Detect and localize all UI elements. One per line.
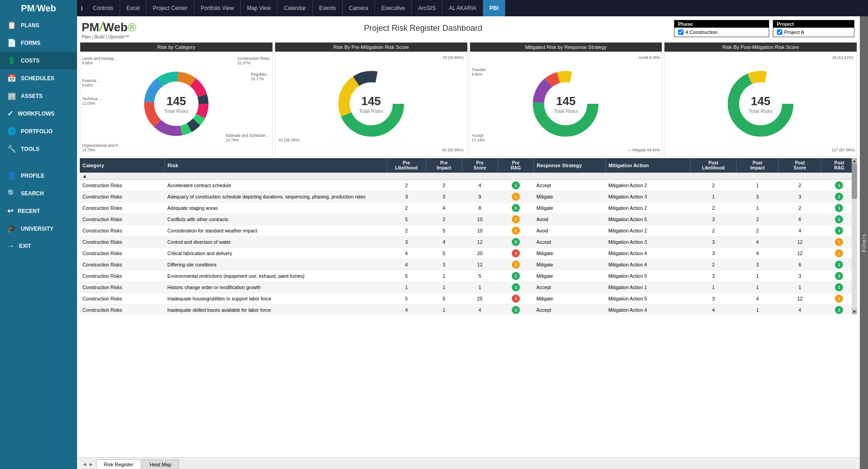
cell-mitigation: Mitigation Action 3 <box>606 191 690 203</box>
nav-tab-executive[interactable]: Executive <box>375 0 412 16</box>
nav-tab-excel[interactable]: Excel <box>120 0 146 16</box>
cell-post-score: 4 <box>779 305 821 315</box>
risk-table: Category Risk PreLikelihood PreImpact Pr… <box>80 158 857 314</box>
cell-pre-impact: 4 <box>426 237 462 248</box>
table-row: Construction Risks Historic change order… <box>80 282 857 293</box>
table-row: Construction Risks Inadequate housing/ut… <box>80 293 857 305</box>
cell-response: Accept <box>534 282 606 293</box>
cell-pre-impact: 3 <box>426 259 462 271</box>
cell-pre-impact: 5 <box>426 293 462 305</box>
col-pre-impact: PreImpact <box>426 158 462 173</box>
table-scrollbar[interactable]: ▲ ▼ <box>852 158 857 314</box>
schedules-icon: 📅 <box>7 74 16 82</box>
tab-heat-map[interactable]: Heat Map <box>142 459 179 469</box>
next-arrow[interactable]: ► <box>88 461 94 468</box>
cell-response: Mitigate <box>534 191 606 203</box>
nav-tab-alakaria[interactable]: AL AKARIA <box>442 0 483 16</box>
nav-tab-camera[interactable]: Camera <box>343 0 375 16</box>
info-icon[interactable]: ℹ <box>81 5 83 12</box>
cell-mitigation: Mitigation Action 5 <box>606 293 690 305</box>
project-filter-box: Project Project A <box>773 20 854 37</box>
cell-post-impact: 1 <box>736 180 779 191</box>
scroll-up-arrow[interactable]: ▲ <box>852 158 857 164</box>
nav-tab-portfolio-view[interactable]: Portfolio View <box>194 0 241 16</box>
cell-post-impact: 1 <box>736 282 779 293</box>
nav-tab-project-center[interactable]: Project Center <box>146 0 194 16</box>
sidebar-item-portfolio[interactable]: 🌐 PORTFOLIO <box>0 122 77 140</box>
chart3-body: 145 Total Risks Avoid 8.28% Transfer9.66… <box>470 52 662 156</box>
exit-icon: → <box>7 242 15 250</box>
nav-tab-calendar[interactable]: Calendar <box>277 0 313 16</box>
portfolio-icon: 🌐 <box>7 127 16 135</box>
table-scroll-container[interactable]: Category Risk PreLikelihood PreImpact Pr… <box>80 158 857 314</box>
sidebar-item-assets[interactable]: 🏢 ASSETS <box>0 87 77 105</box>
sidebar-item-schedules[interactable]: 📅 SCHEDULES <box>0 69 77 87</box>
sidebar-item-plans[interactable]: 📋 PLANS <box>0 16 77 34</box>
cell-category: Construction Risks <box>80 271 165 282</box>
sidebar-item-recent[interactable]: ↩ RECENT <box>0 202 77 220</box>
nav-tab-events[interactable]: Events <box>313 0 343 16</box>
dashboard-title: Project Risk Register Dashboard <box>172 24 674 33</box>
scrollbar-thumb[interactable] <box>852 163 857 199</box>
cell-post-likelihood: 3 <box>690 237 736 248</box>
sidebar-item-workflows[interactable]: ✓ WORKFLOWS <box>0 105 77 122</box>
cell-response: Mitigate <box>534 248 606 259</box>
table-row: Construction Risks Conflicts with other … <box>80 214 857 225</box>
chart1-label-external: External ...9.66% <box>82 78 101 87</box>
cell-post-impact: 1 <box>736 203 779 214</box>
cell-pre-rag: 1 <box>498 271 533 282</box>
cell-risk: Inadequate skilled traces available for … <box>165 305 387 315</box>
university-icon: 🎓 <box>7 224 16 233</box>
cell-pre-impact: 5 <box>426 225 462 237</box>
phase-checkbox[interactable] <box>678 29 684 35</box>
scroll-down-arrow[interactable]: ▼ <box>852 309 857 314</box>
cell-post-score: 4 <box>779 225 821 237</box>
cell-pre-rag: 1 <box>498 203 533 214</box>
sidebar-item-search[interactable]: 🔍 SEARCH <box>0 184 77 202</box>
cell-pre-likelihood: 4 <box>387 305 426 315</box>
workflows-icon: ✓ <box>7 109 13 118</box>
prev-arrow[interactable]: ◄ <box>82 461 88 468</box>
sidebar-item-tools[interactable]: 🔧 TOOLS <box>0 140 77 158</box>
sidebar-item-costs[interactable]: 💲 COSTS <box>0 52 77 69</box>
sidebar-item-forms[interactable]: 📄 FORMS <box>0 34 77 52</box>
cell-risk: Adequate staging areas <box>165 203 387 214</box>
project-checkbox[interactable] <box>777 29 782 35</box>
cell-mitigation: Mitigation Action 2 <box>606 203 690 214</box>
cell-pre-likelihood: 2 <box>387 203 426 214</box>
project-value: Project A <box>784 29 804 35</box>
cell-category: Construction Risks <box>80 248 165 259</box>
table-row: Construction Risks Accelerated contract … <box>80 180 857 191</box>
nav-tab-arcgis[interactable]: ArcGIS <box>412 0 442 16</box>
phase-filter-box: Phase 4 Construction <box>674 20 769 37</box>
nav-tab-controls[interactable]: Controls <box>87 0 120 16</box>
cell-post-score: 6 <box>779 214 821 225</box>
cell-mitigation: Mitigation Action 2 <box>606 180 690 191</box>
cell-pre-score: 9 <box>462 191 498 203</box>
cell-post-impact: 3 <box>736 191 779 203</box>
cell-post-likelihood: 3 <box>690 214 736 225</box>
cell-response: Mitigate <box>534 293 606 305</box>
cell-post-likelihood: 2 <box>690 203 736 214</box>
col-post-impact: PostImpact <box>736 158 779 173</box>
sidebar: 📋 PLANS 📄 FORMS 💲 COSTS 📅 SCHEDULES 🏢 AS… <box>0 16 77 469</box>
chart3-center: 145 Total Risks <box>554 94 578 114</box>
forms-icon: 📄 <box>7 39 16 47</box>
cell-pre-likelihood: 5 <box>387 214 426 225</box>
table-row: Construction Risks Critical fabrication … <box>80 248 857 259</box>
cell-pre-impact: 1 <box>426 305 462 315</box>
sidebar-item-profile[interactable]: 👤 PROFILE <box>0 167 77 184</box>
filters-sidebar[interactable]: Filters <box>860 16 868 469</box>
chart4-total-label: Total Risks <box>749 108 773 114</box>
chart2-total-label: Total Risks <box>359 108 383 114</box>
table-row: Construction Risks Environmental restric… <box>80 271 857 282</box>
cell-pre-score: 12 <box>462 237 498 248</box>
sidebar-item-exit[interactable]: → EXIT <box>0 237 77 255</box>
sidebar-item-university[interactable]: 🎓 UNIVERSITY <box>0 220 77 237</box>
tab-risk-register[interactable]: Risk Register <box>96 459 141 469</box>
cell-pre-score: 4 <box>462 180 498 191</box>
project-filter-value: Project A <box>773 28 854 37</box>
nav-tab-pbi[interactable]: PBI <box>483 0 505 16</box>
project-filter-header: Project <box>773 20 854 28</box>
nav-tab-map-view[interactable]: Map View <box>241 0 277 16</box>
